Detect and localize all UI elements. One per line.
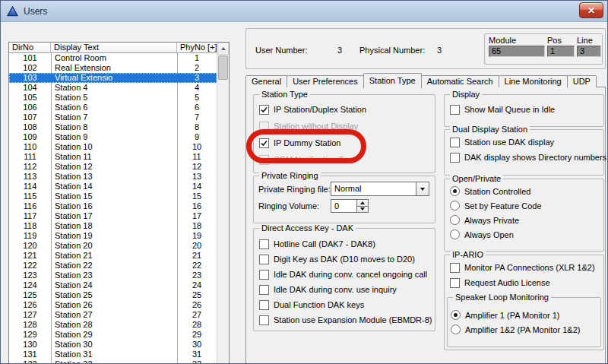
list-item[interactable]: 102Real Extension2 xyxy=(9,63,217,73)
checkbox-monitor-pa-connections-xlr-1-2[interactable]: Monitor PA Connections (XLR 1&2) xyxy=(445,260,603,275)
display-text-cell: Station 18 xyxy=(51,221,177,231)
dirno-cell: 112 xyxy=(9,162,51,172)
dirno-cell: 110 xyxy=(9,142,51,152)
display-text-cell: Station 25 xyxy=(51,290,177,300)
radio-always-private[interactable]: Always Private xyxy=(445,213,603,227)
phyno-cell: 18 xyxy=(177,221,217,231)
checkbox-station-use-expansion-module-ebmdr-8[interactable]: Station use Expansion Module (EBMDR-8) xyxy=(254,312,435,328)
line-field: 3 xyxy=(577,46,601,57)
list-item[interactable]: 121Station 2121 xyxy=(9,251,217,261)
checkbox-digit-key-as-dak-d10-moves-to-d20[interactable]: Digit Key as DAK (D10 moves to D20) xyxy=(254,252,435,267)
list-item[interactable]: 114Station 1414 xyxy=(9,182,217,191)
list-item[interactable]: 113Station 1313 xyxy=(9,172,217,182)
list-item[interactable]: 117Station 1717 xyxy=(9,211,217,221)
option-label: IP Station/Duplex Station xyxy=(274,105,366,114)
list-item[interactable]: 109Station 99 xyxy=(9,132,217,142)
list-item[interactable]: 125Station 2525 xyxy=(9,290,217,300)
list-item[interactable]: 130Station 3030 xyxy=(9,340,217,350)
list-item[interactable]: 103Virtual Extensio3 xyxy=(9,73,217,83)
phyno-cell: 14 xyxy=(177,182,217,191)
list-item[interactable]: 124Station 2424 xyxy=(9,280,217,290)
list-item[interactable]: 132Station 3232 xyxy=(9,359,217,364)
title-bar[interactable]: Users ✕ xyxy=(1,1,607,22)
checkbox-dual-function-dak-keys[interactable]: Dual Function DAK keys xyxy=(254,297,435,312)
ringing-volume-stepper[interactable]: 0 xyxy=(331,199,369,213)
column-header-dirno[interactable]: DirNo xyxy=(9,43,51,52)
list-item[interactable]: 101Control Room1 xyxy=(9,53,217,63)
radio-always-open[interactable]: Always Open xyxy=(445,227,603,242)
combo-dropdown-button[interactable] xyxy=(416,182,429,195)
radio-amplifier-1-pa-monitor-1[interactable]: Amplifier 1 (PA Monitor 1) xyxy=(448,308,600,322)
list-item[interactable]: 129Station 2929 xyxy=(9,330,217,340)
ringing-volume-label: Ringing Volume: xyxy=(258,201,319,210)
option-label: Amplifier 1&2 (PA Monitor 1&2) xyxy=(465,325,580,334)
checkbox-icon xyxy=(450,263,460,273)
list-item[interactable]: 118Station 1818 xyxy=(9,221,217,231)
option-label: Always Private xyxy=(464,216,519,225)
display-text-cell: Station 24 xyxy=(51,280,177,290)
tab-line-monitoring[interactable]: Line Monitoring xyxy=(499,75,568,87)
list-item[interactable]: 110Station 1010 xyxy=(9,142,217,152)
list-item[interactable]: 111Station 1111 xyxy=(9,152,217,162)
list-item[interactable]: 106Station 66 xyxy=(9,103,217,112)
tab-general[interactable]: General xyxy=(245,75,287,87)
list-item[interactable]: 123Station 2323 xyxy=(9,271,217,280)
display-group: Display Show Mail Queue in Idle xyxy=(444,94,604,127)
list-item[interactable]: 107Station 77 xyxy=(9,112,217,122)
dirno-cell: 111 xyxy=(9,152,51,162)
display-text-cell: Station 31 xyxy=(51,350,177,359)
private-ringing-file-select[interactable]: Normal xyxy=(331,182,429,196)
list-item[interactable]: 127Station 2727 xyxy=(9,310,217,320)
radio-amplifier-1-2-pa-monitor-1-2[interactable]: Amplifier 1&2 (PA Monitor 1&2) xyxy=(448,322,600,337)
checkbox-idle-dak-during-conv-use-inquiry[interactable]: Idle DAK during conv. use inquiry xyxy=(254,282,435,297)
checkbox-ip-station-duplex-station[interactable]: IP Station/Duplex Station xyxy=(254,101,435,118)
checkbox-idle-dak-during-conv-cancel-ongoing-call[interactable]: Idle DAK during conv. cancel ongoing cal… xyxy=(254,267,435,282)
scrollbar-up-button[interactable] xyxy=(217,43,229,55)
display-text-cell: Control Room xyxy=(51,53,177,63)
tab-automatic-search[interactable]: Automatic Search xyxy=(421,75,499,87)
dirno-cell: 113 xyxy=(9,172,51,182)
list-item[interactable]: 131Station 3131 xyxy=(9,350,217,359)
phyno-cell: 23 xyxy=(177,271,217,280)
list-item[interactable]: 128Station 2828 xyxy=(9,320,217,330)
checkbox-icon xyxy=(259,270,269,280)
list-item[interactable]: 104Station 44 xyxy=(9,83,217,93)
radio-set-by-feature-code[interactable]: Set by Feature Code xyxy=(445,198,603,213)
list-item[interactable]: 115Station 1515 xyxy=(9,191,217,201)
list-item[interactable]: 120Station 2020 xyxy=(9,241,217,251)
tab-station-type[interactable]: Station Type xyxy=(363,73,422,88)
checkbox-station-use-dak-display[interactable]: Station use DAK display xyxy=(445,135,603,150)
column-header-display-text[interactable]: Display Text xyxy=(51,43,177,52)
list-scrollbar[interactable] xyxy=(217,43,229,364)
checkbox-dak-display-shows-directory-numbers[interactable]: DAK display shows Directory numbers xyxy=(445,150,603,165)
dirno-cell: 128 xyxy=(9,320,51,330)
station-type-group: Station Type IP Station/Duplex StationSt… xyxy=(253,94,435,173)
physical-number-label: Physical Number: xyxy=(359,46,425,55)
checkbox-request-audio-license[interactable]: Request Audio License xyxy=(445,275,603,290)
tab-udp[interactable]: UDP xyxy=(567,75,597,87)
list-item[interactable]: 112Station 1212 xyxy=(9,162,217,172)
dirno-cell: 127 xyxy=(9,310,51,320)
checkbox-show-mail-queue-in-idle[interactable]: Show Mail Queue in Idle xyxy=(445,101,603,118)
checkbox-hotline-call-dak7-dak8[interactable]: Hotline Call (DAK7 - DAK8) xyxy=(254,236,435,252)
physical-number-value: 3 xyxy=(437,46,442,55)
tab-user-preferences[interactable]: User Preferences xyxy=(287,75,364,87)
column-header-phyno[interactable]: PhyNo [+] xyxy=(177,43,217,52)
display-text-cell: Real Extension xyxy=(51,63,177,73)
list-item[interactable]: 119Station 1919 xyxy=(9,231,217,241)
stepper-down-button[interactable] xyxy=(357,207,368,213)
scrollbar-thumb[interactable] xyxy=(218,55,228,80)
list-item[interactable]: 126Station 2626 xyxy=(9,300,217,310)
list-item[interactable]: 108Station 88 xyxy=(9,122,217,132)
radio-station-controlled[interactable]: Station Controlled xyxy=(445,184,603,198)
list-item[interactable]: 105Station 55 xyxy=(9,93,217,103)
list-item[interactable]: 122Station 2222 xyxy=(9,261,217,271)
station-type-tab-page: Station Type IP Station/Duplex StationSt… xyxy=(245,87,606,364)
stepper-up-button[interactable] xyxy=(357,200,368,207)
option-label: Amplifier 1 (PA Monitor 1) xyxy=(465,311,560,320)
close-button[interactable]: ✕ xyxy=(579,2,603,18)
phyno-cell: 2 xyxy=(177,63,217,73)
display-text-cell: Station 5 xyxy=(51,93,177,103)
checkbox-ip-dummy-station[interactable]: IP Dummy Station xyxy=(254,135,435,151)
list-item[interactable]: 116Station 1616 xyxy=(9,201,217,211)
